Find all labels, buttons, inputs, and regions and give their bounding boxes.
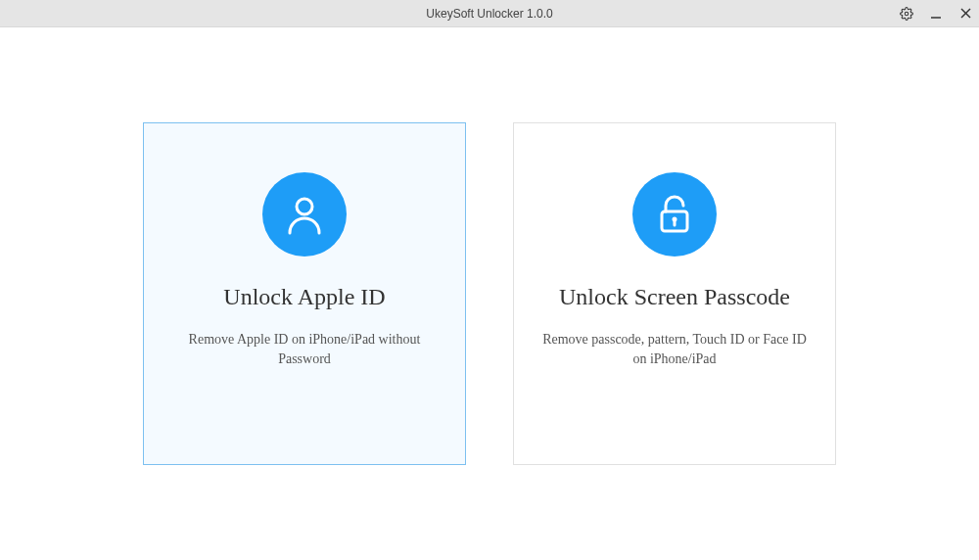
- minimize-button[interactable]: [928, 6, 944, 22]
- titlebar: UkeySoft Unlocker 1.0.0: [0, 0, 979, 27]
- unlock-screen-passcode-card[interactable]: Unlock Screen Passcode Remove passcode, …: [513, 122, 836, 465]
- card-description: Remove passcode, pattern, Touch ID or Fa…: [514, 330, 835, 370]
- settings-icon[interactable]: [899, 6, 914, 22]
- window-controls: [899, 6, 973, 22]
- svg-point-4: [297, 199, 312, 214]
- unlock-apple-id-card[interactable]: Unlock Apple ID Remove Apple ID on iPhon…: [143, 122, 466, 465]
- card-description: Remove Apple ID on iPhone/iPad without P…: [144, 330, 465, 370]
- unlock-icon: [632, 172, 717, 257]
- person-icon: [262, 172, 347, 257]
- app-title: UkeySoft Unlocker 1.0.0: [426, 7, 552, 21]
- svg-point-0: [905, 12, 909, 16]
- card-title: Unlock Screen Passcode: [559, 284, 790, 310]
- main-content: Unlock Apple ID Remove Apple ID on iPhon…: [0, 27, 979, 560]
- card-title: Unlock Apple ID: [223, 284, 385, 310]
- close-button[interactable]: [957, 6, 973, 22]
